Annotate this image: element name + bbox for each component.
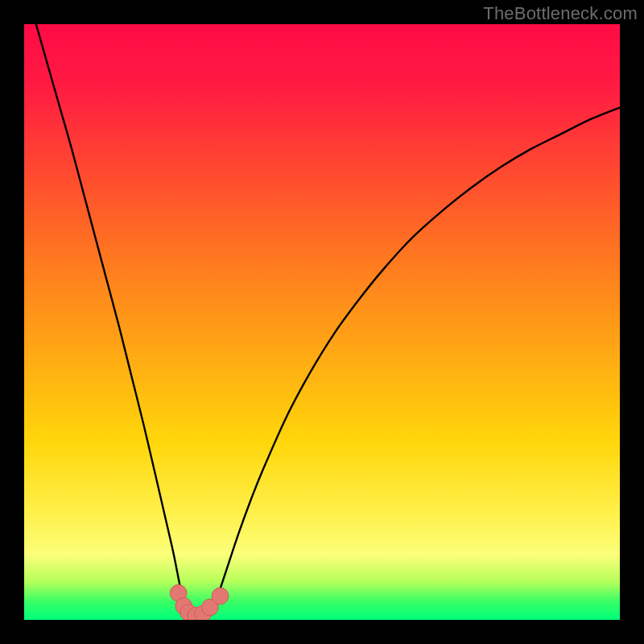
trough-markers: [170, 584, 229, 620]
watermark-text: TheBottleneck.com: [483, 3, 638, 24]
trough-marker: [212, 588, 229, 605]
bottleneck-curve: [36, 24, 620, 617]
plot-area: [24, 24, 620, 620]
chart-container: TheBottleneck.com: [0, 0, 644, 644]
curve-overlay: [24, 24, 620, 620]
